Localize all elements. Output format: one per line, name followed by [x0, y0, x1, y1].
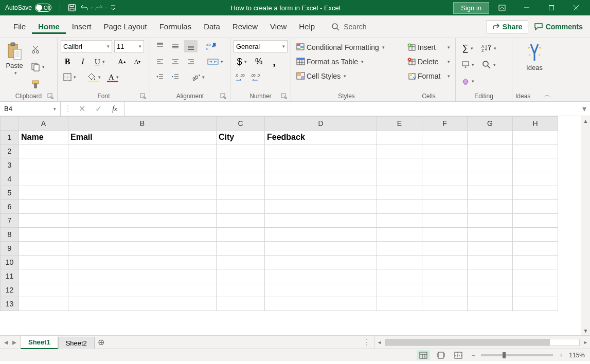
italic-button[interactable]: I — [76, 56, 90, 68]
cell-F6[interactable] — [422, 200, 468, 214]
autosum-button[interactable]: ∑▾ — [459, 42, 476, 54]
cell-F9[interactable] — [422, 242, 468, 256]
cell-A8[interactable] — [19, 228, 68, 242]
tab-view[interactable]: View — [264, 19, 293, 34]
cell-styles-button[interactable]: Cell Styles▾ — [294, 71, 387, 81]
cell-C6[interactable] — [217, 200, 265, 214]
cell-B4[interactable] — [68, 172, 217, 186]
normal-view-button[interactable] — [417, 350, 430, 360]
scroll-left-icon[interactable]: ◂ — [374, 338, 384, 347]
cell-F13[interactable] — [422, 297, 468, 311]
number-format-select[interactable]: General▾ — [234, 40, 288, 52]
cell-G8[interactable] — [468, 228, 513, 242]
cell-E13[interactable] — [377, 297, 422, 311]
cell-C3[interactable] — [217, 158, 265, 172]
fill-button[interactable]: ▾ — [459, 59, 476, 71]
cell-F10[interactable] — [422, 256, 468, 269]
tab-formulas[interactable]: Formulas — [153, 19, 198, 34]
cell-A7[interactable] — [19, 214, 68, 228]
col-header-B[interactable]: B — [68, 117, 217, 131]
col-header-A[interactable]: A — [19, 117, 68, 131]
cell-A13[interactable] — [19, 297, 68, 311]
row-header-3[interactable]: 3 — [1, 158, 19, 172]
maximize-icon[interactable] — [540, 0, 563, 15]
cell-E1[interactable] — [377, 131, 422, 144]
font-size-select[interactable]: 11▾ — [114, 40, 144, 52]
row-header-1[interactable]: 1 — [1, 131, 19, 144]
tab-data[interactable]: Data — [198, 19, 226, 34]
expand-formula-bar-icon[interactable]: ▾ — [579, 102, 590, 116]
grow-font-button[interactable]: A▴ — [115, 56, 129, 68]
ribbon-display-options-icon[interactable] — [490, 0, 514, 15]
cell-F8[interactable] — [422, 228, 468, 242]
scroll-right-icon[interactable]: ▸ — [581, 338, 590, 347]
hscroll-thumb[interactable] — [385, 339, 550, 345]
cell-F4[interactable] — [422, 172, 468, 186]
new-sheet-button[interactable]: ⊕ — [95, 336, 108, 349]
align-left-button[interactable] — [153, 56, 167, 68]
cell-H5[interactable] — [513, 186, 558, 200]
cell-G9[interactable] — [468, 242, 513, 256]
cell-G13[interactable] — [468, 297, 513, 311]
col-header-G[interactable]: G — [468, 117, 513, 131]
align-right-button[interactable] — [184, 56, 198, 68]
cell-F7[interactable] — [422, 214, 468, 228]
cell-D5[interactable] — [265, 186, 377, 200]
cell-F1[interactable] — [422, 131, 468, 144]
format-painter-button[interactable] — [29, 78, 42, 90]
cell-C12[interactable] — [217, 283, 265, 297]
borders-button[interactable]: ▾ — [61, 71, 78, 83]
cell-G12[interactable] — [468, 283, 513, 297]
tab-page-layout[interactable]: Page Layout — [97, 19, 153, 34]
row-header-13[interactable]: 13 — [1, 297, 19, 311]
autosave-switch[interactable]: Off — [35, 4, 51, 12]
formula-input[interactable] — [125, 102, 579, 116]
cell-E5[interactable] — [377, 186, 422, 200]
vertical-scrollbar[interactable]: ▲ ▼ — [581, 116, 590, 335]
decrease-decimal-button[interactable]: .00.0 — [249, 71, 262, 83]
cell-G6[interactable] — [468, 200, 513, 214]
format-as-table-button[interactable]: Format as Table▾ — [294, 57, 387, 67]
cell-C1[interactable]: City — [217, 131, 265, 144]
cell-B6[interactable] — [68, 200, 217, 214]
col-header-E[interactable]: E — [377, 117, 422, 131]
cell-H13[interactable] — [513, 297, 558, 311]
font-launcher[interactable] — [139, 93, 147, 100]
currency-button[interactable]: $▾ — [234, 56, 250, 68]
sign-in-button[interactable]: Sign in — [453, 2, 489, 14]
align-center-button[interactable] — [169, 56, 182, 68]
paste-button[interactable]: Paste ▾ — [3, 40, 26, 76]
cell-H1[interactable] — [513, 131, 558, 144]
col-header-F[interactable]: F — [422, 117, 468, 131]
save-icon[interactable] — [65, 1, 79, 14]
cell-A4[interactable] — [19, 172, 68, 186]
row-header-8[interactable]: 8 — [1, 228, 19, 242]
ideas-button[interactable]: Ideas — [519, 40, 550, 71]
cell-F3[interactable] — [422, 158, 468, 172]
cell-A3[interactable] — [19, 158, 68, 172]
cell-E11[interactable] — [377, 269, 422, 283]
font-name-select[interactable]: Calibri▾ — [61, 40, 112, 52]
increase-decimal-button[interactable]: .0.00 — [234, 71, 247, 83]
customize-qat-icon[interactable] — [109, 1, 118, 14]
cell-D13[interactable] — [265, 297, 377, 311]
cell-D9[interactable] — [265, 242, 377, 256]
cell-D1[interactable]: Feedback — [265, 131, 377, 144]
cell-H4[interactable] — [513, 172, 558, 186]
cell-C7[interactable] — [217, 214, 265, 228]
row-header-4[interactable]: 4 — [1, 172, 19, 186]
tab-split-handle[interactable]: ⋮ — [363, 337, 371, 347]
redo-icon[interactable]: ▾ — [94, 1, 108, 14]
zoom-in-button[interactable]: + — [557, 352, 565, 359]
cell-C13[interactable] — [217, 297, 265, 311]
scroll-down-icon[interactable]: ▼ — [581, 326, 591, 335]
clear-button[interactable]: ▾ — [459, 75, 476, 87]
cell-B5[interactable] — [68, 186, 217, 200]
cell-C9[interactable] — [217, 242, 265, 256]
cell-A5[interactable] — [19, 186, 68, 200]
cell-E4[interactable] — [377, 172, 422, 186]
row-header-7[interactable]: 7 — [1, 214, 19, 228]
collapse-ribbon-icon[interactable]: ︿ — [544, 90, 550, 99]
wrap-text-button[interactable]: abc — [205, 40, 218, 52]
cell-H9[interactable] — [513, 242, 558, 256]
